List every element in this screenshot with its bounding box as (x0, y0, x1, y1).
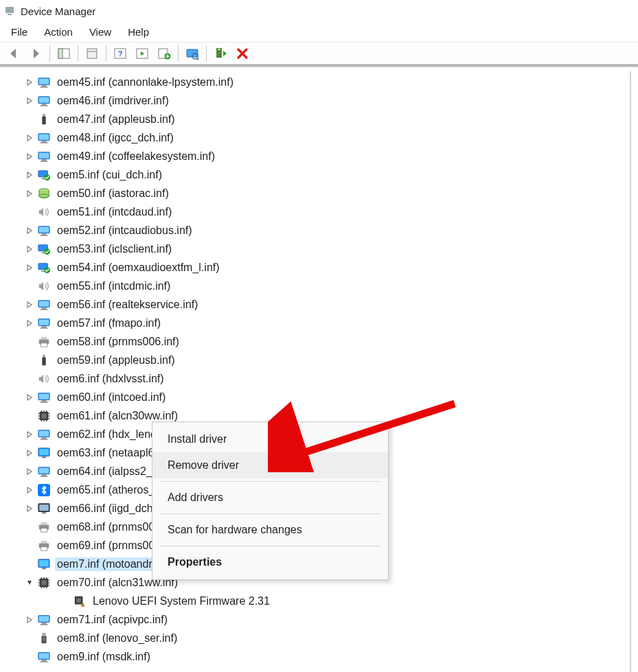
ctx-scan-hardware[interactable]: Scan for hardware changes (152, 517, 388, 543)
usb-icon (37, 113, 51, 126)
expand-icon[interactable] (23, 502, 36, 515)
svg-rect-34 (87, 49, 97, 58)
tree-item-label: oem71.inf (acpivpc.inf) (55, 613, 170, 627)
monitor-icon (37, 465, 51, 478)
show-hide-console-button[interactable] (54, 43, 74, 64)
tree-item[interactable]: oem50.inf (iastorac.inf) (0, 184, 631, 202)
expand-icon[interactable] (23, 187, 36, 200)
tree-item[interactable]: Lenovo UEFI System Firmware 2.31 (0, 592, 631, 610)
tree-item-label: oem56.inf (realtekservice.inf) (55, 298, 200, 312)
menu-help[interactable]: Help (119, 23, 157, 40)
monitor-icon (37, 298, 51, 312)
tree-item[interactable]: oem9.inf (msdk.inf) (0, 647, 631, 666)
properties-button[interactable] (82, 43, 102, 64)
ctx-remove-driver[interactable]: Remove driver (152, 452, 388, 478)
expand-icon[interactable] (23, 169, 36, 181)
expand-icon[interactable] (23, 465, 36, 478)
expand-icon[interactable] (23, 262, 36, 274)
expand-icon[interactable] (23, 317, 36, 329)
printer-icon (37, 539, 51, 553)
ctx-install-driver[interactable]: Install driver (152, 426, 388, 452)
chip-icon (37, 576, 51, 590)
scan-hardware-button[interactable] (182, 43, 203, 64)
tree-item-label: oem9.inf (msdk.inf) (55, 650, 152, 664)
tree-item[interactable]: oem56.inf (realtekservice.inf) (0, 295, 631, 314)
tree-item-label: oem60.inf (intcoed.inf) (55, 391, 168, 404)
monitor-icon (37, 76, 51, 89)
expand-icon[interactable] (23, 243, 36, 255)
tree-item[interactable]: oem51.inf (intcdaud.inf) (0, 202, 631, 221)
monitor-icon (37, 613, 51, 627)
tree-item[interactable]: oem59.inf (appleusb.inf) (0, 351, 631, 369)
tree-item[interactable]: oem46.inf (imdriver.inf) (0, 91, 631, 110)
tree-item-label: Lenovo UEFI System Firmware 2.31 (91, 594, 272, 608)
monitorg-icon (37, 168, 51, 182)
menu-file[interactable]: File (3, 23, 36, 40)
ctx-properties[interactable]: Properties (152, 549, 388, 575)
tree-item[interactable]: oem55.inf (intcdmic.inf) (0, 277, 631, 295)
tree-item-label: oem45.inf (cannonlake-lpsystem.inf) (55, 76, 236, 89)
expand-icon[interactable] (23, 224, 36, 237)
tree-item[interactable]: oem53.inf (iclsclient.inf) (0, 240, 631, 258)
expand-icon[interactable] (23, 299, 36, 311)
svg-rect-30 (5, 7, 14, 13)
display-icon (37, 446, 51, 460)
expand-icon[interactable] (23, 447, 36, 459)
monitor-icon (37, 131, 51, 145)
menu-action[interactable]: Action (36, 23, 81, 40)
tree-item[interactable]: oem49.inf (coffeelakesystem.inf) (0, 147, 631, 165)
ctx-add-drivers[interactable]: Add drivers (152, 485, 388, 511)
tree-item[interactable]: oem5.inf (cui_dch.inf) (0, 165, 631, 184)
tree-item-label: oem55.inf (intcdmic.inf) (55, 279, 172, 293)
tree-item[interactable]: oem47.inf (appleusb.inf) (0, 110, 631, 128)
svg-text:?: ? (118, 49, 123, 58)
add-driver-button[interactable] (154, 43, 174, 64)
tree-item-label: oem59.inf (appleusb.inf) (55, 354, 177, 367)
monitor-icon (37, 391, 51, 404)
expand-icon[interactable] (23, 428, 36, 441)
help-button[interactable]: ? (110, 43, 130, 64)
expand-icon[interactable] (23, 150, 36, 163)
tree-item-label: oem49.inf (coffeelakesystem.inf) (55, 150, 217, 163)
tree-item[interactable]: oem58.inf (prnms006.inf) (0, 332, 631, 351)
monitorg-icon (37, 242, 51, 256)
expand-icon[interactable] (23, 95, 36, 107)
printer-icon (37, 335, 51, 349)
tree-item-label: oem46.inf (imdriver.inf) (55, 94, 171, 108)
expand-icon[interactable] (23, 76, 36, 89)
tree-item[interactable]: oem45.inf (cannonlake-lpsystem.inf) (0, 73, 631, 91)
remove-device-button[interactable] (232, 43, 253, 64)
expand-icon[interactable] (23, 614, 36, 626)
bt-icon (37, 483, 51, 497)
tree-item[interactable]: oem6.inf (hdxlvsst.inf) (0, 369, 631, 388)
back-button[interactable] (3, 43, 24, 64)
svg-rect-33 (58, 49, 62, 58)
speaker-icon (37, 279, 51, 293)
expand-icon[interactable] (23, 132, 36, 144)
tree-item[interactable]: oem54.inf (oemxaudioextfm_l.inf) (0, 258, 631, 277)
tree-item[interactable]: oem57.inf (fmapo.inf) (0, 314, 631, 332)
expand-icon[interactable] (23, 484, 36, 496)
tree-item[interactable]: oem8.inf (lenovo_ser.inf) (0, 629, 631, 647)
tree-item-label: oem57.inf (fmapo.inf) (55, 316, 163, 330)
menubar: File Action View Help (0, 22, 638, 43)
menu-view[interactable]: View (81, 23, 119, 40)
tree-item[interactable]: oem71.inf (acpivpc.inf) (0, 610, 631, 629)
toolbar: ? (0, 43, 638, 67)
action-button[interactable] (132, 43, 152, 64)
tree-item[interactable]: oem52.inf (intcaudiobus.inf) (0, 221, 631, 240)
collapse-icon[interactable] (23, 577, 36, 589)
titlebar: Device Manager (0, 0, 638, 22)
forward-button[interactable] (25, 43, 46, 64)
device-tree[interactable]: oem45.inf (cannonlake-lpsystem.inf)oem46… (0, 71, 631, 672)
display2-icon (37, 502, 51, 515)
app-icon (4, 5, 15, 16)
install-device-button[interactable] (210, 43, 231, 64)
context-menu: Install driver Remove driver Add drivers… (152, 421, 389, 580)
expand-icon[interactable] (23, 391, 36, 404)
usb-icon (37, 354, 51, 367)
tree-item[interactable]: oem60.inf (intcoed.inf) (0, 388, 631, 406)
tree-item[interactable]: oem48.inf (igcc_dch.inf) (0, 128, 631, 147)
speaker-icon (37, 205, 51, 219)
svg-line-43 (197, 58, 198, 60)
